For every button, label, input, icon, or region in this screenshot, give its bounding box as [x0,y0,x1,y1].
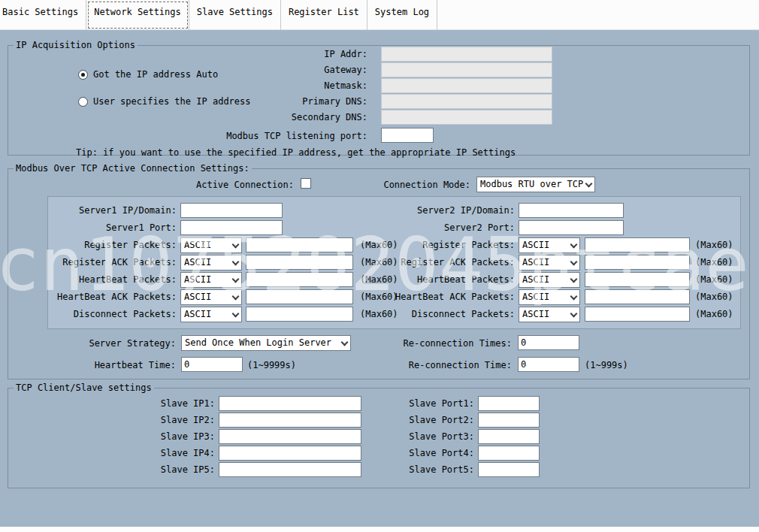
netmask-input [381,78,552,93]
register-ack-packets-input-right[interactable] [585,255,690,270]
primary-dns-input [381,94,552,109]
server2-ip-input[interactable] [519,203,624,218]
tab-bar: Basic Settings Network Settings Slave Se… [0,0,759,30]
heartbeat-time-hint: (1~9999s) [247,358,296,373]
heartbeat-packets-row: HeartBeat Packets: ASCII (Max60) HeartBe… [48,272,740,288]
dropdown-value: ASCII [184,257,211,268]
slave-ip1-label: Slave IP1: [8,396,215,411]
register-ack-packets-label-right: Register ACK Packets: [386,255,515,270]
slave-port4-label: Slave Port4: [339,446,474,461]
server2-port-label: Server2 Port: [386,220,515,235]
reconnection-time-hint: (1~999s) [585,358,628,373]
tab-basic-settings[interactable]: Basic Settings [0,0,86,30]
slave-port1-input[interactable] [478,396,540,411]
slave-port3-input[interactable] [478,429,540,444]
register-ack-packets-format-dropdown-right[interactable]: ASCII [519,255,580,271]
slave-ip5-label: Slave IP5: [8,462,215,477]
tab-system-log[interactable]: System Log [367,0,437,30]
disconnect-packets-input-left[interactable] [246,307,353,322]
connection-mode-dropdown[interactable]: Modbus RTU over TCP [476,177,595,192]
register-packets-label-left: Register Packets: [48,237,177,252]
disconnect-packets-input-right[interactable] [585,307,690,322]
disconnect-packets-row: Disconnect Packets: ASCII (Max60) Discon… [48,307,740,322]
chevron-down-icon [570,258,578,266]
reconnection-time-input[interactable] [518,357,579,372]
slave-port3-label: Slave Port3: [339,429,474,444]
heartbeat-time-input[interactable] [181,357,243,372]
register-packets-format-dropdown-right[interactable]: ASCII [519,237,580,253]
chevron-down-icon [232,258,240,266]
heartbeat-packets-format-dropdown-right[interactable]: ASCII [519,272,580,288]
register-ack-packets-format-dropdown-left[interactable]: ASCII [180,255,242,271]
active-connection-label: Active Connection: [144,177,294,192]
reconnection-times-input[interactable] [518,335,579,350]
chevron-down-icon [232,276,240,283]
register-packets-label-right: Register Packets: [386,237,515,252]
tab-network-settings[interactable]: Network Settings [86,0,189,30]
tab-label: Register List [289,7,359,17]
ip-addr-input [381,47,552,62]
tab-label: Basic Settings [2,7,78,17]
server1-ip-input[interactable] [180,203,283,218]
listening-port-label: Modbus TCP listening port: [8,128,367,144]
chevron-down-icon [232,241,240,249]
server1-port-label: Server1 Port: [48,220,177,235]
heartbeat-ack-packets-format-dropdown-right[interactable]: ASCII [519,289,580,305]
heartbeat-packets-label-left: HeartBeat Packets: [48,272,177,287]
slave-port1-label: Slave Port1: [339,396,474,411]
server2-port-input[interactable] [519,220,624,235]
chevron-down-icon [585,180,593,188]
heartbeat-packets-format-dropdown-left[interactable]: ASCII [180,272,242,288]
register-ack-packets-label-left: Register ACK Packets: [48,255,177,270]
heartbeat-ack-packets-input-left[interactable] [246,289,353,304]
register-packets-format-dropdown-left[interactable]: ASCII [180,237,242,253]
register-packets-input-right[interactable] [585,237,690,252]
slave-port2-input[interactable] [478,413,540,428]
dropdown-value: ASCII [522,274,549,285]
dropdown-value: ASCII [184,274,211,285]
slave-port5-label: Slave Port5: [339,462,474,477]
tab-register-list[interactable]: Register List [281,0,367,30]
bottom-strip [0,527,759,532]
heartbeat-packets-input-right[interactable] [585,272,690,287]
heartbeat-packets-input-left[interactable] [246,272,353,287]
disconnect-packets-format-dropdown-left[interactable]: ASCII [180,307,242,322]
server-strategy-dropdown[interactable]: Send Once When Login Server [181,335,351,351]
group-title-modbus-over-tcp: Modbus Over TCP Active Connection Settin… [14,163,252,174]
slave-ip4-label: Slave IP4: [8,446,215,461]
listening-port-input[interactable] [381,128,434,143]
ip-settings-tip: Tip: if you want to use the specified IP… [76,145,516,160]
heartbeat-ack-packets-input-right[interactable] [585,289,690,304]
disconnect-packets-format-dropdown-right[interactable]: ASCII [519,307,580,322]
active-connection-checkbox[interactable] [301,178,311,189]
max60-label: (Max60) [695,237,733,252]
register-ack-packets-input-left[interactable] [246,255,353,270]
register-packets-row: Register Packets: ASCII (Max60) Register… [48,237,740,253]
heartbeat-time-label: Heartbeat Time: [8,358,176,373]
group-title-tcp-client-slave: TCP Client/Slave settings [14,382,154,394]
heartbeat-ack-packets-format-dropdown-left[interactable]: ASCII [180,289,242,305]
chevron-down-icon [570,241,578,249]
server1-ip-label: Server1 IP/Domain: [48,203,177,218]
register-packets-input-left[interactable] [246,237,353,252]
chevron-down-icon [232,310,240,318]
connection-mode-value: Modbus RTU over TCP [480,179,583,189]
secondary-dns-label: Secondary DNS: [8,110,367,125]
tab-slave-settings[interactable]: Slave Settings [189,0,281,30]
dropdown-value: ASCII [522,257,549,268]
dropdown-value: ASCII [184,240,211,250]
server1-port-input[interactable] [180,220,283,235]
slave-port5-input[interactable] [478,462,540,477]
disconnect-packets-label-left: Disconnect Packets: [48,307,177,322]
register-ack-packets-row: Register ACK Packets: ASCII (Max60) Regi… [48,255,740,271]
server-strategy-value: Send Once When Login Server [185,337,331,348]
network-settings-page: IP Acquisition Options Got the IP addres… [0,30,759,527]
group-modbus-over-tcp: Modbus Over TCP Active Connection Settin… [8,168,750,379]
tab-label: System Log [375,7,429,17]
secondary-dns-input [381,110,552,125]
connection-settings-panel: Server1 IP/Domain: Server2 IP/Domain: Se… [47,196,741,329]
dropdown-value: ASCII [184,292,211,302]
dropdown-value: ASCII [522,309,549,319]
dropdown-value: ASCII [522,240,549,250]
slave-port4-input[interactable] [478,446,540,461]
